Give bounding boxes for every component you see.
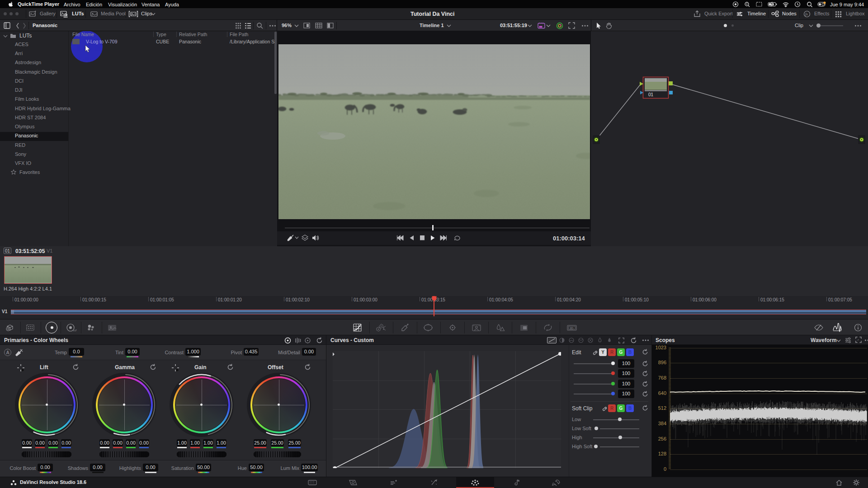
svg-text:LUT: LUT	[73, 329, 77, 332]
svg-text:01: 01	[648, 92, 654, 97]
svg-text:fx: fx	[805, 12, 808, 16]
svg-text:↗: ↗	[857, 339, 859, 341]
svg-text:3D: 3D	[570, 327, 574, 330]
